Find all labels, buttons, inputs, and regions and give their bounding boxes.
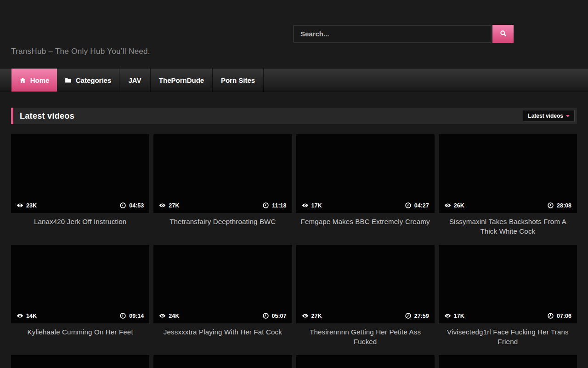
folder-icon	[65, 77, 72, 84]
nav-tab-label: ThePornDude	[159, 76, 204, 84]
video-thumbnail[interactable]: 24K05:07	[153, 245, 292, 323]
clock-icon	[119, 312, 126, 319]
video-stats: 23K04:53	[11, 202, 149, 213]
video-title[interactable]: Femgape Makes BBC Extremely Creamy	[296, 217, 435, 226]
nav-tab-home[interactable]: Home	[11, 69, 57, 92]
duration: 09:14	[119, 312, 144, 319]
video-card[interactable]: 17K07:06Vivisectedg1rl Face Fucking Her …	[439, 245, 577, 355]
nav-tab-label: JAV	[128, 76, 141, 84]
main-nav: HomeCategoriesJAVThePornDudePorn Sites	[0, 68, 588, 92]
video-thumbnail[interactable]: 23K04:53	[11, 134, 149, 213]
clock-icon	[547, 202, 554, 209]
video-thumbnail[interactable]: 14K09:14	[11, 245, 149, 323]
nav-tab-theporndude[interactable]: ThePornDude	[151, 69, 213, 92]
views-count-value: 26K	[454, 202, 464, 209]
video-thumbnail[interactable]: 17K07:06	[439, 245, 577, 323]
duration-value: 11:18	[272, 202, 286, 209]
eye-icon	[444, 202, 451, 209]
duration-value: 04:53	[129, 202, 144, 209]
views-count-value: 14K	[26, 313, 37, 319]
video-card[interactable]: 17K04:27Femgape Makes BBC Extremely Crea…	[296, 134, 435, 245]
eye-icon	[159, 202, 166, 209]
video-thumbnail[interactable]	[439, 355, 577, 368]
section-accent-bar	[11, 108, 13, 124]
duration: 28:08	[547, 202, 571, 209]
video-title[interactable]: Vivisectedg1rl Face Fucking Her Trans Fr…	[439, 327, 577, 346]
nav-tab-porn-sites[interactable]: Porn Sites	[213, 69, 264, 92]
video-card[interactable]: 14K09:14Kyliehaale Cumming On Her Feet	[11, 245, 149, 355]
views-count-value: 27K	[169, 202, 179, 209]
site-tagline: TransHub – The Only Hub You’ll Need.	[11, 47, 150, 56]
search-icon	[499, 29, 507, 39]
clock-icon	[119, 202, 126, 209]
caret-down-icon	[566, 115, 570, 117]
eye-icon	[302, 312, 309, 319]
duration: 27:59	[405, 312, 429, 319]
video-title[interactable]: Kyliehaale Cumming On Her Feet	[11, 327, 149, 337]
video-stats: 17K07:06	[439, 312, 577, 323]
views-count: 14K	[17, 312, 37, 319]
search-button[interactable]	[492, 25, 514, 43]
video-stats: 27K27:59	[296, 312, 435, 323]
page: TransHub – The Only Hub You’ll Need. Hom…	[0, 0, 588, 368]
views-count: 26K	[444, 202, 464, 209]
duration-value: 05:07	[272, 313, 287, 319]
views-count: 27K	[159, 202, 179, 209]
video-stats: 26K28:08	[439, 202, 577, 213]
video-title[interactable]: Thetransfairy Deepthroating BWC	[153, 217, 292, 226]
views-count-value: 23K	[26, 202, 37, 209]
video-card-partial[interactable]	[439, 355, 577, 368]
video-thumbnail[interactable]: 17K04:27	[296, 134, 435, 213]
duration: 04:27	[405, 202, 429, 209]
nav-tab-label: Home	[30, 76, 50, 84]
clock-icon	[547, 312, 554, 319]
views-count: 17K	[302, 202, 322, 209]
video-stats: 17K04:27	[296, 202, 435, 213]
video-card-partial[interactable]	[153, 355, 292, 368]
views-count: 23K	[17, 202, 37, 209]
video-thumbnail[interactable]: 27K11:18	[153, 134, 292, 213]
sort-dropdown-button[interactable]: Latest videos	[523, 110, 575, 122]
nav-tab-jav[interactable]: JAV	[119, 69, 151, 92]
video-stats: 27K11:18	[153, 202, 292, 213]
video-thumbnail[interactable]	[11, 355, 149, 368]
duration: 07:06	[547, 312, 571, 319]
video-title[interactable]: Lanax420 Jerk Off Instruction	[11, 217, 149, 226]
eye-icon	[302, 202, 309, 209]
video-card[interactable]: 24K05:07Jessxxxtra Playing With Her Fat …	[153, 245, 292, 355]
video-card[interactable]: 27K27:59Thesirennnn Getting Her Petite A…	[296, 245, 435, 355]
video-card-partial[interactable]	[11, 355, 149, 368]
eye-icon	[17, 312, 23, 319]
search-input[interactable]	[293, 25, 492, 43]
duration: 11:18	[262, 202, 286, 209]
views-count-value: 27K	[311, 313, 322, 319]
video-thumbnail[interactable]	[153, 355, 292, 368]
nav-tab-categories[interactable]: Categories	[57, 69, 119, 92]
video-card[interactable]: 23K04:53Lanax420 Jerk Off Instruction	[11, 134, 149, 245]
duration-value: 28:08	[557, 202, 571, 209]
video-card[interactable]: 26K28:08Sissymaxinl Takes Backshots From…	[439, 134, 577, 245]
video-title[interactable]: Jessxxxtra Playing With Her Fat Cock	[153, 327, 292, 337]
video-thumbnail[interactable]: 26K28:08	[439, 134, 577, 213]
video-stats: 24K05:07	[153, 312, 292, 323]
eye-icon	[17, 202, 23, 209]
video-title[interactable]: Sissymaxinl Takes Backshots From A Thick…	[439, 217, 577, 236]
views-count-value: 24K	[169, 313, 179, 319]
video-card[interactable]: 27K11:18Thetransfairy Deepthroating BWC	[153, 134, 292, 245]
duration-value: 09:14	[129, 313, 144, 319]
video-title[interactable]: Thesirennnn Getting Her Petite Ass Fucke…	[296, 327, 435, 346]
nav-tab-label: Porn Sites	[221, 76, 255, 84]
eye-icon	[159, 312, 166, 319]
nav-tab-label: Categories	[76, 76, 112, 84]
eye-icon	[444, 312, 451, 319]
section-title: Latest videos	[20, 111, 74, 121]
views-count-value: 17K	[454, 313, 464, 319]
main-content: Latest videos Latest videos 23K04:53Lana…	[11, 108, 577, 368]
video-thumbnail[interactable]: 27K27:59	[296, 245, 435, 323]
clock-icon	[262, 202, 269, 209]
video-card-partial[interactable]	[296, 355, 435, 368]
video-thumbnail[interactable]	[296, 355, 435, 368]
section-header: Latest videos Latest videos	[11, 108, 577, 124]
duration: 04:53	[119, 202, 144, 209]
clock-icon	[262, 312, 269, 319]
